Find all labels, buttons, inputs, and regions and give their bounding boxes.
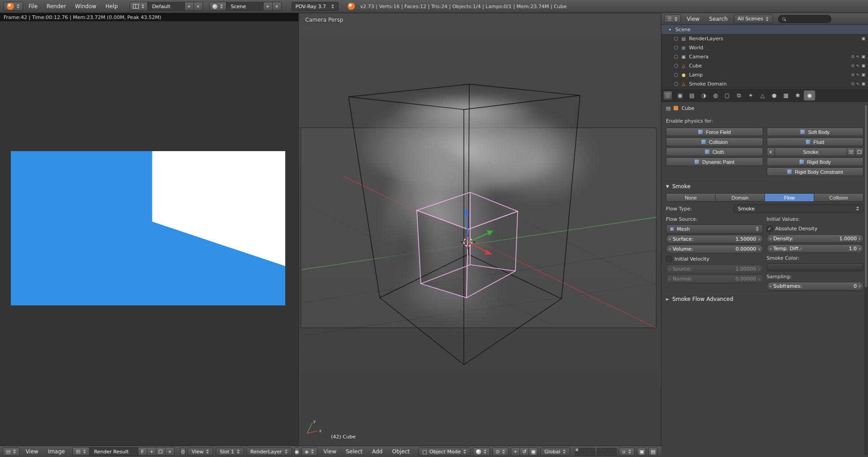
render-opengl-button[interactable]: ▣ (637, 447, 646, 456)
menu-view[interactable]: View (320, 448, 340, 455)
render-engine-dropdown[interactable]: POV-Ray 3.7 (292, 2, 339, 11)
snap-dropdown[interactable]: ∪ (619, 447, 635, 456)
soft-body-button[interactable]: Soft Body (767, 128, 864, 136)
image-unpack-button[interactable] (156, 447, 165, 456)
tab-physics[interactable]: ◉ (804, 90, 815, 100)
outliner-item-cube[interactable]: △ Cube ⊙ ↖ ▣ (661, 61, 868, 70)
menu-view[interactable]: View (683, 16, 703, 22)
rigid-body-button[interactable]: Rigid Body (767, 157, 864, 166)
outliner-item-smoke-domain[interactable]: △ Smoke Domain ⊙ ↖ ▣ (661, 79, 868, 88)
editor-type-button[interactable]: ☰ (664, 14, 681, 23)
scrollbar-thumb[interactable] (865, 105, 867, 287)
cloth-button[interactable]: Cloth (666, 148, 763, 156)
smoke-presets-button[interactable] (847, 148, 855, 156)
layout-name-field[interactable]: Default (148, 2, 185, 11)
flow-type-dropdown[interactable]: Smoke (734, 204, 863, 213)
selectability-icon[interactable]: ↖ (856, 81, 860, 86)
layout-add-button[interactable]: + (185, 2, 194, 11)
smoke-type-domain[interactable]: Domain (716, 193, 765, 202)
expand-icon[interactable] (674, 64, 678, 68)
visibility-icon[interactable]: ⊙ (851, 72, 854, 77)
scene-name-field[interactable]: Scene (226, 2, 264, 11)
rotate-manipulator-button[interactable]: ↺ (520, 447, 529, 456)
renderability-icon[interactable]: ▣ (861, 81, 865, 86)
pivot-dropdown[interactable]: ⊙ (492, 447, 509, 456)
renderability-icon[interactable]: ▣ (861, 36, 865, 41)
menu-view[interactable]: View (22, 448, 42, 455)
outliner-item-renderlayers[interactable]: ▤ RenderLayers ▣ (661, 34, 868, 43)
scene-browse-button[interactable] (209, 2, 226, 11)
absolute-density-checkbox[interactable]: ✓ (767, 226, 773, 232)
tab-texture[interactable]: ▦ (780, 90, 792, 100)
smoke-type-collision[interactable]: Collision (814, 193, 863, 202)
smoke-panel-header[interactable]: ▼ Smoke (666, 181, 863, 191)
tab-material[interactable]: ● (769, 90, 780, 100)
visibility-icon[interactable]: ⊙ (851, 54, 854, 59)
fake-user-button[interactable]: F (138, 447, 147, 456)
selectability-icon[interactable]: ↖ (856, 54, 860, 59)
expand-icon[interactable] (674, 55, 678, 59)
layout-browse-button[interactable] (130, 2, 148, 11)
collision-button[interactable]: Collision (666, 138, 763, 146)
shading-dropdown[interactable] (473, 447, 490, 456)
tab-modifiers[interactable]: ✦ (745, 90, 756, 100)
expand-icon[interactable] (674, 82, 678, 86)
menu-help[interactable]: Help (102, 3, 121, 10)
search-input[interactable] (788, 16, 824, 22)
smoke-button[interactable]: Smoke (775, 148, 848, 156)
surface-field[interactable]: Surface: 1.50000 (666, 235, 763, 243)
cube-flow-object[interactable] (417, 192, 518, 298)
menu-object[interactable]: Object (388, 448, 413, 455)
render-slot-dropdown[interactable]: Slot 1 (216, 447, 244, 456)
menu-window[interactable]: Window (71, 3, 100, 10)
layers-grid-left[interactable] (575, 448, 595, 456)
scene-delete-button[interactable]: × (273, 2, 282, 11)
renderability-icon[interactable]: ▣ (861, 72, 865, 77)
smoke-pin-button[interactable] (855, 148, 863, 156)
tab-object[interactable]: ▢ (722, 90, 733, 100)
dynamic-paint-button[interactable]: Dynamic Paint (666, 157, 763, 166)
outliner-item-camera[interactable]: ▣ Camera ⊙ ↖ ▣ (661, 52, 868, 61)
image-browse-button[interactable]: ▤ (72, 447, 89, 456)
density-field[interactable]: Density: 1.0000 (767, 234, 864, 243)
translate-manipulator-button[interactable]: + (511, 447, 520, 456)
tab-render-layers[interactable]: ▤ (686, 90, 698, 100)
force-field-button[interactable]: Force Field (666, 128, 763, 136)
scale-manipulator-button[interactable]: ▣ (529, 447, 538, 456)
volume-field[interactable]: Volume: 0.00000 (666, 245, 763, 253)
smoke-color-swatch[interactable] (767, 263, 864, 271)
layout-delete-button[interactable]: × (194, 2, 203, 11)
menu-select[interactable]: Select (342, 448, 366, 455)
properties-scrollbar[interactable] (864, 104, 868, 455)
visibility-icon[interactable]: ⊙ (851, 81, 854, 86)
expand-icon[interactable] (674, 73, 678, 77)
expand-icon[interactable] (674, 37, 678, 41)
selectability-icon[interactable]: ↖ (856, 63, 860, 68)
3d-scene[interactable] (299, 13, 661, 446)
initial-velocity-checkbox[interactable] (666, 256, 672, 262)
menu-image[interactable]: Image (44, 448, 69, 455)
smoke-type-none[interactable]: None (666, 193, 716, 202)
smoke-remove-button[interactable]: × (767, 148, 775, 156)
outliner-item-lamp[interactable]: ● Lamp ⊙ ↖ ▣ (661, 70, 868, 79)
tab-constraints[interactable]: ⧉ (733, 90, 745, 100)
editor-type-button[interactable]: ◆ (302, 447, 317, 456)
mode-dropdown[interactable]: □ Object Mode (418, 447, 471, 456)
image-name-field[interactable]: Render Result (90, 447, 138, 456)
fluid-button[interactable]: Fluid (767, 138, 864, 146)
editor-type-button[interactable]: ▤ (3, 447, 19, 456)
layers-grid-right[interactable] (597, 448, 617, 456)
viewport-3d[interactable]: x y Camera Persp (42) Cube (299, 13, 661, 446)
layers-widget[interactable] (575, 448, 617, 456)
menu-add[interactable]: Add (368, 448, 386, 455)
image-add-button[interactable]: + (147, 447, 156, 456)
visibility-icon[interactable]: ⊙ (851, 63, 854, 68)
scene-add-button[interactable]: + (264, 2, 273, 11)
editor-type-button[interactable]: ☲ (663, 91, 672, 100)
rigid-body-constraint-button[interactable]: Rigid Body Constraint (767, 167, 864, 176)
tab-world[interactable]: ◍ (710, 90, 721, 100)
view-mode-dropdown[interactable]: View (188, 447, 213, 456)
subframes-field[interactable]: Subframes: 0 (767, 282, 864, 290)
tab-render[interactable]: ▣ (675, 90, 686, 100)
breadcrumb-context-icon[interactable]: ▤ (666, 105, 670, 111)
